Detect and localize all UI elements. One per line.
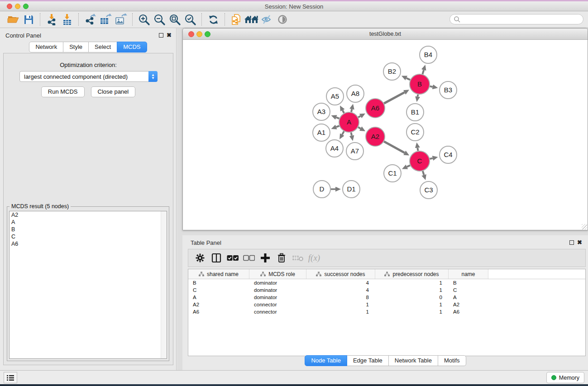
zoom-selected-button[interactable] <box>182 12 198 27</box>
export-network-button[interactable] <box>82 12 98 27</box>
graph-edge-B-B2 <box>406 78 410 80</box>
mcds-result-item[interactable]: B <box>10 226 167 233</box>
refresh-button[interactable] <box>206 12 221 27</box>
tab-style[interactable]: Style <box>63 42 89 52</box>
graph-node-A1[interactable]: A1 <box>313 124 330 141</box>
graph-node-D[interactable]: D <box>313 181 330 198</box>
show-eye-button[interactable] <box>275 12 290 27</box>
save-session-button[interactable] <box>21 12 36 27</box>
task-history-button[interactable] <box>4 372 17 383</box>
hide-selected-icon <box>261 14 273 25</box>
graph-node-A[interactable]: A <box>339 112 359 132</box>
tab-edge-table[interactable]: Edge Table <box>347 355 389 366</box>
tab-network[interactable]: Network <box>29 42 63 52</box>
column-header-predecessor-nodes[interactable]: predecessor nodes <box>375 269 449 279</box>
column-header-MCDS-role[interactable]: MCDS role <box>249 269 306 279</box>
window-resize-grip[interactable] <box>582 224 587 229</box>
graph-node-A4[interactable]: A4 <box>326 140 343 157</box>
graph-node-A7[interactable]: A7 <box>346 143 363 160</box>
table-cell: connector <box>249 309 306 315</box>
graph-node-A6[interactable]: A6 <box>366 99 385 118</box>
graph-node-C2[interactable]: C2 <box>406 124 424 141</box>
duplicate-network-button[interactable] <box>229 12 244 27</box>
list-scrollbar[interactable] <box>161 211 167 358</box>
graph-node-B2[interactable]: B2 <box>383 63 401 80</box>
export-image-button[interactable] <box>113 12 129 27</box>
memory-button[interactable]: Memory <box>546 372 584 383</box>
column-header-shared-name[interactable]: shared name <box>188 269 249 279</box>
network-window-titlebar[interactable]: testGlobe.txt <box>183 29 588 40</box>
graph-edge-B-B1 <box>418 95 418 97</box>
graph-edge-A-A4 <box>342 131 344 134</box>
node-table: shared nameMCDS rolesuccessor nodesprede… <box>188 269 586 356</box>
graph-node-label: B <box>417 80 422 88</box>
search-input[interactable] <box>461 15 583 24</box>
network-view-window: testGlobe.txt B4B2BB3A5A8A6A3B1AA1C2A2A4… <box>182 28 588 230</box>
table-row[interactable]: Adominator80A <box>188 294 585 301</box>
tab-select[interactable]: Select <box>88 42 117 52</box>
tab-motifs[interactable]: Motifs <box>438 355 466 366</box>
zoom-fit-button[interactable] <box>167 12 182 27</box>
column-header-successor-nodes[interactable]: successor nodes <box>306 269 375 279</box>
close-panel-button[interactable]: Close panel <box>91 86 136 97</box>
run-mcds-button[interactable]: Run MCDS <box>41 86 85 97</box>
graph-edge-C-C2 <box>417 148 418 151</box>
delete-table-button[interactable] <box>291 251 305 265</box>
function-builder-button[interactable]: f(x) <box>307 251 321 265</box>
graph-node-A8[interactable]: A8 <box>347 85 364 102</box>
mcds-result-item[interactable]: C <box>10 233 167 240</box>
graph-node-C1[interactable]: C1 <box>384 165 401 182</box>
graph-node-D1[interactable]: D1 <box>343 181 360 198</box>
table-settings-button[interactable] <box>193 251 207 265</box>
select-all-columns-button[interactable] <box>225 251 240 265</box>
tree-icon <box>260 272 266 276</box>
open-session-button[interactable] <box>5 12 21 27</box>
graph-node-C4[interactable]: C4 <box>440 146 457 163</box>
graph-node-A3[interactable]: A3 <box>313 103 330 120</box>
graph-node-C3[interactable]: C3 <box>420 181 437 199</box>
close-panel-icon[interactable]: ✖ <box>577 239 582 246</box>
table-cell: A <box>449 295 488 300</box>
hide-selected-button[interactable] <box>259 12 275 27</box>
export-table-button[interactable] <box>98 12 113 27</box>
import-table-button[interactable] <box>59 12 75 27</box>
table-row[interactable]: A2connector11A2 <box>188 301 585 308</box>
zoom-fit-icon <box>169 14 181 26</box>
table-row[interactable]: A6connector11A6 <box>188 308 585 315</box>
graph-node-C[interactable]: C <box>410 151 430 171</box>
mcds-result-item[interactable]: A6 <box>10 240 167 248</box>
control-panel-tabs: NetworkStyleSelectMCDS <box>0 42 176 52</box>
table-header-row: shared nameMCDS rolesuccessor nodesprede… <box>188 269 585 279</box>
mcds-result-item[interactable]: A <box>10 219 167 226</box>
zoom-in-button[interactable] <box>136 12 152 27</box>
tab-network-table[interactable]: Network Table <box>388 355 438 366</box>
table-cell: connector <box>249 302 306 307</box>
zoom-out-button[interactable] <box>152 12 167 27</box>
graph-node-B3[interactable]: B3 <box>440 81 457 99</box>
add-column-button[interactable] <box>258 251 272 265</box>
tab-mcds[interactable]: MCDS <box>117 42 147 52</box>
column-header-name[interactable]: name <box>449 269 488 279</box>
graph-node-B[interactable]: B <box>410 74 430 94</box>
table-row[interactable]: Cdominator41C <box>188 286 585 294</box>
tab-node-table[interactable]: Node Table <box>305 355 347 366</box>
import-network-button[interactable] <box>44 12 59 27</box>
search-field[interactable] <box>449 14 583 24</box>
float-panel-icon[interactable] <box>159 33 163 38</box>
home-view-button[interactable] <box>244 12 259 27</box>
table-body: Bdominator41BCdominator41CAdominator80AA… <box>188 279 585 315</box>
optimization-criterion-dropdown[interactable]: largest connected component (directed) ▲… <box>19 71 158 82</box>
show-columns-button[interactable] <box>209 251 224 265</box>
graph-node-A5[interactable]: A5 <box>326 88 344 105</box>
float-panel-icon[interactable] <box>569 240 574 245</box>
table-row[interactable]: Bdominator41B <box>188 279 585 286</box>
graph-node-B1[interactable]: B1 <box>406 104 424 121</box>
network-canvas[interactable]: B4B2BB3A5A8A6A3B1AA1C2A2A4A7C4CC1C3DD1 <box>183 40 587 229</box>
graph-node-B4[interactable]: B4 <box>420 46 437 63</box>
mcds-result-item[interactable]: A2 <box>10 211 167 219</box>
unselect-all-columns-button[interactable] <box>242 251 256 265</box>
table-toolbar: f(x) <box>188 249 586 267</box>
graph-node-A2[interactable]: A2 <box>366 127 385 146</box>
delete-column-button[interactable] <box>274 251 289 265</box>
close-panel-icon[interactable]: ✖ <box>167 32 172 38</box>
